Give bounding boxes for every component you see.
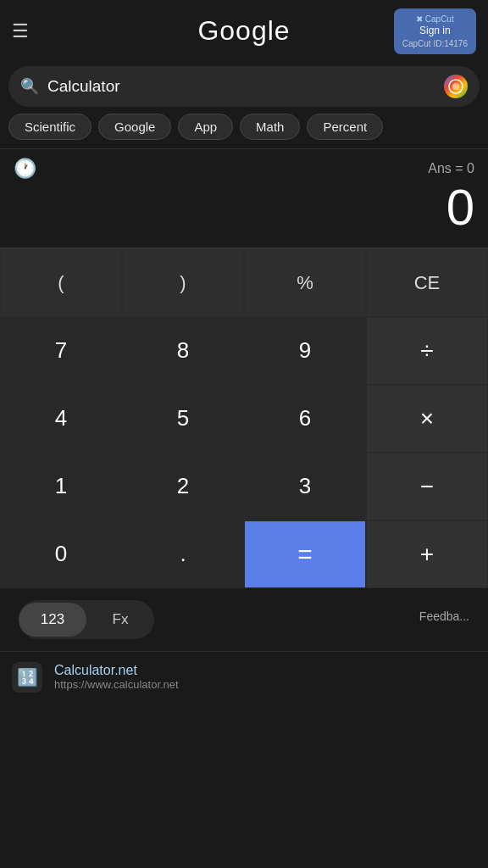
calc-ans: Ans = 0 bbox=[428, 161, 474, 176]
calc-btn-5[interactable]: 5 bbox=[122, 385, 244, 453]
calculator-display: 🕐 Ans = 0 0 bbox=[0, 149, 488, 248]
calc-btn-_[interactable]: . bbox=[122, 520, 244, 588]
bottom-link[interactable]: 🔢 Calculator.net https://www.calculator.… bbox=[0, 651, 488, 703]
calc-btn-_[interactable]: ) bbox=[122, 249, 244, 317]
capcut-logo: ✖ CapCut bbox=[402, 14, 468, 25]
calc-btn-_[interactable]: + bbox=[366, 520, 488, 588]
calc-top-row: 🕐 Ans = 0 bbox=[14, 158, 474, 180]
bottom-link-url: https://www.calculator.net bbox=[54, 678, 179, 691]
feedback-link[interactable]: Feedba... bbox=[419, 609, 469, 623]
calc-btn-4[interactable]: 4 bbox=[0, 385, 122, 453]
calc-btn-6[interactable]: 6 bbox=[244, 385, 366, 453]
calc-btn-9[interactable]: 9 bbox=[244, 317, 366, 385]
calc-btn-2[interactable]: 2 bbox=[122, 453, 244, 520]
calc-btn-_[interactable]: × bbox=[366, 385, 488, 453]
search-icon: 🔍 bbox=[20, 77, 39, 96]
svg-point-1 bbox=[452, 83, 459, 90]
toggle-fx[interactable]: Fx bbox=[86, 603, 154, 637]
filter-tabs: ScientificGoogleAppMathPercent bbox=[0, 114, 488, 148]
filter-tab-google[interactable]: Google bbox=[98, 114, 171, 140]
header: ☰ Google ✖ CapCut Sign in CapCut ID:1417… bbox=[0, 0, 488, 61]
bottom-link-text: Calculator.net https://www.calculator.ne… bbox=[54, 663, 179, 691]
filter-tab-app[interactable]: App bbox=[178, 114, 233, 140]
filter-tab-scientific[interactable]: Scientific bbox=[8, 114, 92, 140]
calc-btn-0[interactable]: 0 bbox=[0, 520, 122, 588]
toggle-123[interactable]: 123 bbox=[19, 603, 86, 637]
bottom-link-title[interactable]: Calculator.net bbox=[54, 663, 179, 678]
calc-result: 0 bbox=[14, 180, 474, 242]
search-input[interactable] bbox=[47, 77, 435, 96]
calc-btn-3[interactable]: 3 bbox=[244, 453, 366, 520]
calc-btn-_[interactable]: ÷ bbox=[366, 317, 488, 385]
calc-btn-7[interactable]: 7 bbox=[0, 317, 122, 385]
calc-btn-1[interactable]: 1 bbox=[0, 453, 122, 520]
signin-label: Sign in bbox=[402, 25, 468, 38]
calc-btn-_[interactable]: − bbox=[366, 453, 488, 520]
calc-btn-_[interactable]: ( bbox=[0, 249, 122, 317]
calc-grid: ()%CE789÷456×123−0.=+ bbox=[0, 249, 488, 588]
bottom-link-icon: 🔢 bbox=[12, 662, 42, 693]
menu-icon[interactable]: ☰ bbox=[12, 20, 29, 42]
filter-tab-math[interactable]: Math bbox=[240, 114, 300, 140]
calc-btn-_[interactable]: = bbox=[244, 520, 366, 588]
feedback-section: Feedba... bbox=[408, 609, 481, 630]
signin-button[interactable]: ✖ CapCut Sign in CapCut ID:14176 bbox=[394, 8, 476, 54]
signin-sub: CapCut ID:14176 bbox=[402, 38, 468, 49]
history-icon[interactable]: 🕐 bbox=[14, 158, 36, 180]
calc-btn-CE[interactable]: CE bbox=[366, 249, 488, 317]
calc-btn-_[interactable]: % bbox=[244, 249, 366, 317]
search-bar[interactable]: 🔍 bbox=[8, 66, 480, 107]
lens-icon[interactable] bbox=[444, 75, 468, 98]
calc-toggle[interactable]: 123Fx bbox=[19, 600, 154, 639]
filter-tab-percent[interactable]: Percent bbox=[307, 114, 383, 140]
calc-btn-8[interactable]: 8 bbox=[122, 317, 244, 385]
google-title: Google bbox=[197, 15, 290, 47]
